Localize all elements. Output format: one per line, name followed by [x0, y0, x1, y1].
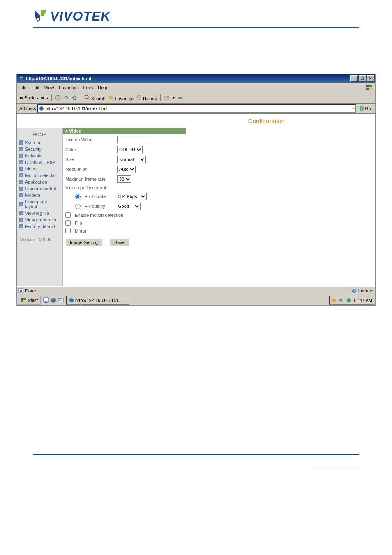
fix-bit-rate-select[interactable]: 384 Kbps: [116, 193, 147, 200]
ql-ie-icon[interactable]: [50, 297, 57, 304]
go-icon: [359, 106, 364, 111]
status-internet: Internet: [358, 288, 374, 293]
minimize-button[interactable]: _: [350, 75, 358, 82]
taskbar-task-ie[interactable]: http://192.168.0.131/i...: [66, 296, 129, 305]
enable-motion-label: Enable motion detection: [75, 213, 123, 218]
search-button[interactable]: Search: [84, 94, 106, 101]
window-title: http://192.168.0.131/index.html: [26, 76, 91, 81]
forward-button[interactable]: ⇒ ▾: [41, 95, 48, 101]
sidebar-item-system[interactable]: ▸System: [17, 139, 62, 146]
windows-flag-icon: [366, 85, 373, 90]
tray-icon-1[interactable]: [331, 297, 337, 303]
flip-checkbox[interactable]: [65, 220, 71, 226]
sidebar-item-network[interactable]: ▸Network: [17, 152, 62, 159]
mail-icon[interactable]: [164, 95, 170, 101]
image-setting-button[interactable]: Image Setting: [65, 239, 102, 246]
addr-dropdown-icon[interactable]: ▾: [352, 106, 354, 111]
video-config-form: > Video Text on Video Color COLOR Size N…: [62, 128, 186, 286]
task-ie-icon: [69, 298, 74, 303]
system-tray: 11:47 AM: [329, 296, 374, 305]
maximize-button[interactable]: ❐: [359, 75, 366, 82]
fix-quality-select[interactable]: Good: [116, 203, 141, 210]
modulation-select[interactable]: Auto: [117, 166, 136, 173]
fix-bit-rate-label: Fix bit rate: [85, 194, 113, 199]
close-button[interactable]: ✕: [367, 75, 374, 82]
toolbar: ⇐ Back ▾ ⇒ ▾ Search Favorites History ▾: [17, 92, 375, 104]
sidebar-item-view-parameter[interactable]: ▸View parameter: [17, 216, 62, 223]
taskbar: Start http://192.168.0.131/i... 11:47 AM: [17, 295, 375, 305]
size-select[interactable]: Normal: [117, 156, 146, 163]
done-icon: [18, 288, 23, 293]
vqc-label: Video quality control :: [65, 185, 108, 190]
svg-point-24: [20, 290, 22, 292]
start-button[interactable]: Start: [18, 296, 41, 305]
sidebar-item-modem[interactable]: ▸Modem: [17, 192, 62, 198]
stop-icon[interactable]: [55, 95, 61, 101]
address-url: http://192.168.0.131/index.html: [45, 106, 107, 111]
max-frame-select[interactable]: 30: [117, 175, 131, 183]
menu-edit[interactable]: Edit: [32, 85, 39, 90]
page-header: VIVOTEK: [0, 0, 392, 24]
sidebar: HOME ▸System ▸Security ▸Network ▸DDNS & …: [17, 128, 62, 286]
menu-help[interactable]: Help: [98, 85, 107, 90]
favorites-button[interactable]: Favorites: [108, 94, 134, 101]
enable-motion-checkbox[interactable]: [65, 212, 71, 218]
max-frame-label: Maximun frame rate: [65, 177, 115, 182]
sidebar-item-camera-control[interactable]: ▸Camera control: [17, 185, 62, 192]
modulation-label: Modulation: [65, 167, 115, 172]
version-label: Version : 0200b: [17, 230, 62, 242]
menu-file[interactable]: File: [19, 85, 27, 90]
mirror-checkbox[interactable]: [65, 228, 71, 233]
sidebar-home[interactable]: HOME: [17, 130, 62, 139]
back-button[interactable]: ⇐ Back ▾: [19, 95, 38, 101]
color-select[interactable]: COLOR: [117, 146, 143, 153]
tray-volume-icon[interactable]: [339, 297, 344, 303]
sidebar-item-video[interactable]: ▸Video: [17, 166, 62, 172]
footer-link-rule: [314, 467, 359, 467]
ql-desktop-icon[interactable]: [43, 297, 49, 304]
svg-rect-30: [44, 298, 48, 302]
size-label: Size: [65, 157, 115, 162]
sidebar-item-application[interactable]: ▸Application: [17, 179, 62, 185]
sidebar-item-factory-default[interactable]: ▸Factory default: [17, 223, 62, 230]
menu-tools[interactable]: Tools: [83, 85, 93, 90]
refresh-icon[interactable]: [63, 95, 69, 101]
tray-clock: 11:47 AM: [353, 298, 372, 303]
browser-window: http://192.168.0.131/index.html _ ❐ ✕ Fi…: [16, 74, 376, 306]
print-icon[interactable]: [177, 95, 183, 101]
tray-icon-3[interactable]: [346, 297, 352, 303]
save-button[interactable]: Save: [110, 239, 129, 246]
address-field[interactable]: http://192.168.0.131/index.html ▾: [37, 104, 356, 113]
svg-marker-12: [108, 95, 113, 99]
sidebar-item-homepage-layout[interactable]: ▸Homepage layout: [17, 198, 62, 210]
svg-rect-31: [45, 302, 47, 303]
svg-rect-3: [369, 85, 372, 87]
sidebar-item-view-log[interactable]: ▸View log file: [17, 210, 62, 216]
svg-rect-4: [366, 88, 369, 90]
menu-view[interactable]: View: [44, 85, 54, 90]
history-button[interactable]: History: [136, 94, 157, 101]
fix-quality-radio[interactable]: [75, 204, 81, 209]
svg-rect-2: [366, 85, 369, 87]
menu-favorites[interactable]: Favorites: [59, 85, 77, 90]
fix-quality-label: Fix quality: [85, 204, 113, 209]
sidebar-item-ddns-upnp[interactable]: ▸DDNS & UPnP: [17, 159, 62, 166]
quick-launch: [42, 296, 65, 304]
sidebar-item-security[interactable]: ▸Security: [17, 146, 62, 152]
status-done: Done: [25, 288, 36, 293]
logo-text: VIVOTEK: [50, 9, 111, 24]
page-content: Configuration HOME ▸System ▸Security ▸Ne…: [17, 114, 375, 286]
svg-marker-36: [339, 298, 342, 302]
svg-rect-26: [21, 298, 23, 300]
search-icon: [84, 94, 90, 100]
titlebar: http://192.168.0.131/index.html _ ❐ ✕: [17, 74, 375, 83]
svg-rect-18: [179, 96, 181, 97]
config-header: Configuration: [17, 114, 375, 128]
home-icon[interactable]: [71, 95, 77, 101]
go-button[interactable]: Go: [357, 106, 373, 111]
text-on-video-input[interactable]: [117, 136, 152, 143]
fix-bit-rate-radio[interactable]: [75, 194, 81, 199]
ql-outlook-icon[interactable]: [58, 297, 64, 304]
sidebar-item-motion[interactable]: ▸Motion detection: [17, 172, 62, 179]
config-title: Configuration: [248, 117, 285, 124]
